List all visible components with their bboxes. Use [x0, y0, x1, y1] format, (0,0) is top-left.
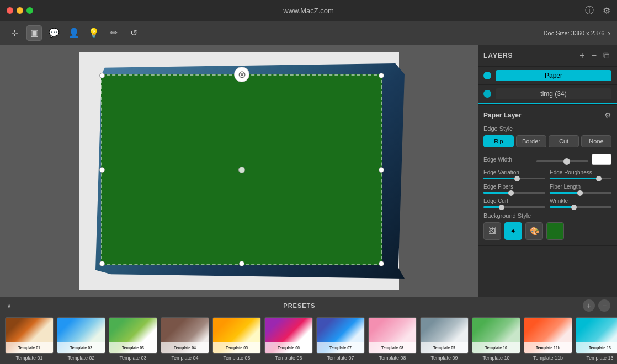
tool-move[interactable]: ⊹	[7, 25, 22, 41]
wrinkle-thumb[interactable]	[571, 205, 577, 210]
edge-width-slider[interactable]	[536, 154, 588, 164]
edge-roughness-col: Edge Roughness	[550, 169, 611, 179]
preset-thumb-02: Template 02	[57, 317, 105, 354]
layers-title: LAYERS	[483, 52, 577, 60]
handle-mid-left[interactable]	[99, 167, 105, 173]
handle-bottom-left[interactable]	[99, 261, 105, 266]
edge-fibers-fill	[483, 192, 511, 194]
handle-mid-right[interactable]	[379, 167, 384, 173]
edge-variation-label: Edge Variation	[483, 169, 545, 175]
info-icon[interactable]: ⓘ	[585, 5, 594, 17]
add-layer-button[interactable]: +	[577, 50, 587, 62]
right-panel: LAYERS + − ⧉ Paper timg (34) Paper Layer…	[478, 45, 617, 297]
preset-item-07[interactable]: Template 07Template 07	[316, 317, 365, 361]
titlebar-icons: ⓘ ⚙	[585, 5, 610, 17]
paper-layer-section: Paper Layer ⚙ Edge Style Rip Border Cut …	[478, 105, 617, 246]
edge-width-value	[592, 154, 611, 165]
doc-size-expand-icon[interactable]: ›	[608, 29, 610, 38]
edge-style-row: Rip Border Cut None	[483, 135, 611, 147]
preset-item-09[interactable]: Template 09Template 09	[419, 317, 469, 361]
fiber-length-label: Fiber Length	[550, 184, 611, 190]
preset-label-05: Template 05	[223, 355, 250, 361]
edge-width-row: Edge Width	[483, 154, 611, 165]
doc-size-area: Doc Size: 3360 x 2376 ›	[544, 29, 610, 38]
handle-bottom-center[interactable]	[239, 261, 244, 266]
copy-layer-button[interactable]: ⧉	[601, 50, 611, 62]
handle-top-right[interactable]	[379, 73, 384, 78]
preset-thumb-10: Template 10	[472, 317, 520, 354]
canvas-paper: ⊗	[79, 52, 399, 290]
canvas-area[interactable]: ⊗	[0, 45, 478, 297]
preset-item-04[interactable]: Template 04Template 04	[160, 317, 210, 361]
edge-fibers-col: Edge Fibers	[483, 184, 545, 194]
edge-style-border[interactable]: Border	[516, 135, 546, 147]
bg-style-pattern[interactable]: ✦	[504, 222, 522, 240]
preset-thumb-08: Template 08	[368, 317, 417, 354]
bg-style-label: Background Style	[483, 212, 611, 219]
layer-dot-paper	[483, 72, 491, 79]
edge-variation-thumb[interactable]	[514, 176, 520, 181]
tool-rotate[interactable]: ↺	[126, 25, 141, 41]
toolbar-separator	[148, 26, 148, 40]
preset-item-11b[interactable]: Template 11bTemplate 11b	[523, 317, 573, 361]
delete-layer-button[interactable]: ⊗	[234, 67, 249, 82]
edge-roughness-thumb[interactable]	[596, 176, 602, 181]
preset-label-08: Template 08	[379, 355, 406, 361]
handle-bottom-right[interactable]	[379, 261, 384, 266]
settings-icon[interactable]: ⚙	[603, 6, 610, 16]
tool-comment[interactable]: 💬	[46, 25, 62, 41]
green-layer[interactable]: ⊗	[101, 74, 382, 265]
preset-thumb-07: Template 07	[316, 317, 365, 354]
edge-style-cut[interactable]: Cut	[549, 135, 579, 147]
bg-color-swatch[interactable]	[546, 222, 564, 240]
edge-width-input[interactable]	[536, 160, 588, 162]
layer-item-timg[interactable]: timg (34)	[478, 85, 617, 103]
close-button[interactable]	[7, 7, 13, 14]
tool-pen[interactable]: ✏	[106, 25, 121, 41]
handle-center[interactable]	[238, 167, 245, 173]
doc-size-label: Doc Size: 3360 x 2376	[544, 30, 605, 36]
preset-label-02: Template 02	[67, 355, 94, 361]
preset-item-05[interactable]: Template 05Template 05	[212, 317, 262, 361]
fiber-length-thumb[interactable]	[577, 190, 583, 196]
layers-actions: + − ⧉	[577, 50, 611, 62]
maximize-button[interactable]	[26, 7, 33, 14]
bg-style-color[interactable]: 🎨	[525, 222, 543, 240]
fiber-length-fill	[550, 192, 581, 194]
layer-item-paper[interactable]: Paper	[478, 67, 617, 85]
edge-curl-col: Edge Curl	[483, 198, 545, 208]
preset-item-08[interactable]: Template 08Template 08	[368, 317, 417, 361]
bg-style-image[interactable]: 🖼	[483, 222, 501, 240]
paper-layer-title: Paper Layer	[483, 111, 522, 119]
tool-mask[interactable]: 👤	[66, 25, 82, 41]
wrinkle-fill	[550, 206, 575, 208]
preset-item-03[interactable]: Template 03Template 03	[108, 317, 158, 361]
edge-fibers-thumb[interactable]	[508, 190, 514, 196]
add-preset-button[interactable]: +	[583, 299, 595, 312]
preset-item-10[interactable]: Template 10Template 10	[471, 317, 521, 361]
fiber-length-col: Fiber Length	[550, 184, 611, 194]
edge-style-rip[interactable]: Rip	[483, 135, 514, 147]
paper-layer-settings-icon[interactable]: ⚙	[604, 111, 611, 120]
preset-thumb-11b: Template 11b	[524, 317, 572, 354]
edge-roughness-label: Edge Roughness	[550, 169, 611, 175]
preset-label-10: Template 10	[482, 355, 509, 361]
preset-item-06[interactable]: Template 06Template 06	[264, 317, 313, 361]
edge-style-none[interactable]: None	[581, 135, 611, 147]
presets-title: PRESETS	[16, 302, 583, 309]
remove-preset-button[interactable]: −	[598, 299, 610, 312]
preset-thumb-04: Template 04	[161, 317, 209, 354]
edge-curl-thumb[interactable]	[499, 205, 504, 210]
tool-select[interactable]: ▣	[26, 25, 42, 41]
paper-layer-header: Paper Layer ⚙	[483, 111, 611, 120]
preset-item-01[interactable]: Template 01Template 01	[4, 317, 54, 361]
handle-top-left[interactable]	[99, 73, 105, 78]
tool-light[interactable]: 💡	[86, 25, 102, 41]
preset-item-02[interactable]: Template 02Template 02	[56, 317, 106, 361]
edge-roughness-track	[550, 178, 611, 179]
toolbar: ⊹ ▣ 💬 👤 💡 ✏ ↺ Doc Size: 3360 x 2376 ›	[0, 21, 617, 45]
presets-expand-icon[interactable]: ∨	[7, 302, 12, 309]
preset-item-13[interactable]: Template 13Template 13	[575, 317, 617, 361]
minimize-button[interactable]	[17, 7, 23, 14]
remove-layer-button[interactable]: −	[589, 50, 599, 62]
